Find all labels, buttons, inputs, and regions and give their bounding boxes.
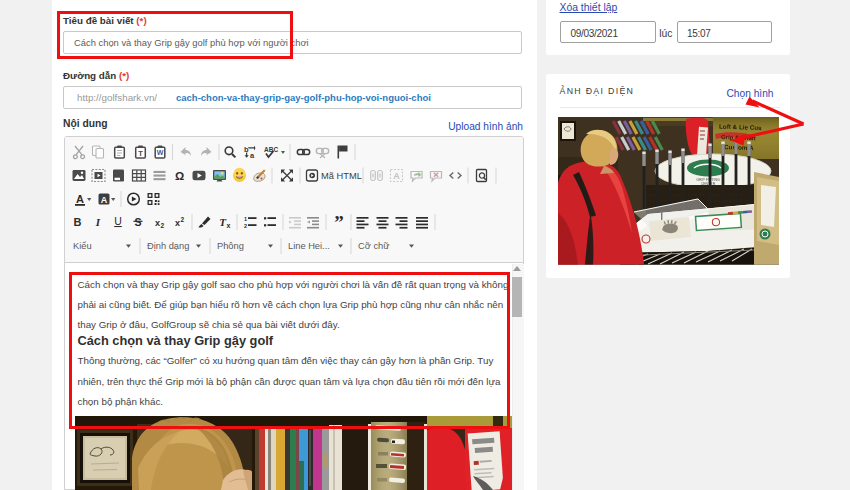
svg-text:Cỡ chữ: Cỡ chữ <box>358 241 389 251</box>
svg-text:A: A <box>76 193 84 205</box>
svg-text:A: A <box>101 195 108 205</box>
svg-text:x: x <box>175 218 180 228</box>
svg-text:Phông: Phông <box>217 241 244 251</box>
svg-text:b: b <box>244 145 249 154</box>
svg-text:2: 2 <box>244 223 247 229</box>
svg-text:A: A <box>393 171 400 181</box>
svg-text:GRIP FITTING: GRIP FITTING <box>696 178 720 182</box>
svg-text:Mã HTML: Mã HTML <box>321 171 362 181</box>
svg-text:2: 2 <box>180 216 184 223</box>
svg-text:x: x <box>227 222 231 229</box>
svg-text:1: 1 <box>244 216 247 222</box>
svg-text:Kiểu: Kiểu <box>73 241 92 251</box>
svg-text:U: U <box>114 215 122 227</box>
svg-text:W: W <box>157 149 164 156</box>
svg-text:I: I <box>95 216 101 228</box>
svg-text:”: ” <box>334 212 344 233</box>
svg-text:x: x <box>155 218 160 228</box>
svg-text:2: 2 <box>160 222 164 229</box>
svg-text:Ω: Ω <box>175 170 184 182</box>
svg-text:T: T <box>138 149 143 158</box>
svg-text:a: a <box>250 151 255 160</box>
svg-text:Định dạng: Định dạng <box>147 241 189 251</box>
svg-text:ABC: ABC <box>264 146 278 153</box>
svg-text:Line Hei...: Line Hei... <box>288 241 330 251</box>
svg-text:B: B <box>74 216 82 228</box>
